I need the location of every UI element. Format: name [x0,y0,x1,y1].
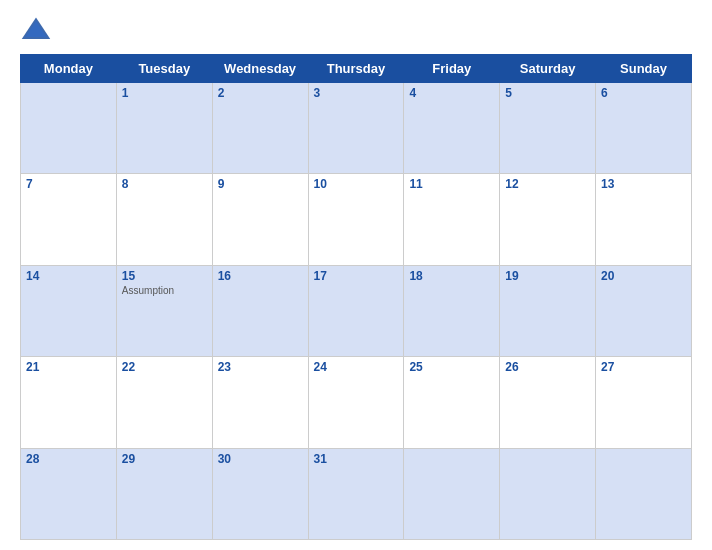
day-cell: 5 [500,83,596,174]
day-cell: 28 [21,448,117,539]
day-number: 3 [314,86,399,100]
day-number: 22 [122,360,207,374]
day-number: 28 [26,452,111,466]
day-cell: 18 [404,265,500,356]
day-number: 18 [409,269,494,283]
day-number: 10 [314,177,399,191]
day-cell [596,448,692,539]
weekday-header-saturday: Saturday [500,55,596,83]
weekday-header-monday: Monday [21,55,117,83]
day-cell: 12 [500,174,596,265]
day-number: 4 [409,86,494,100]
holiday-label: Assumption [122,285,207,296]
day-cell: 13 [596,174,692,265]
day-cell [21,83,117,174]
day-number: 12 [505,177,590,191]
logo-icon [20,14,52,46]
day-cell: 10 [308,174,404,265]
day-cell [500,448,596,539]
day-number: 1 [122,86,207,100]
day-number: 23 [218,360,303,374]
day-cell: 4 [404,83,500,174]
logo [20,14,56,46]
week-row-4: 21222324252627 [21,357,692,448]
day-cell: 19 [500,265,596,356]
day-number: 6 [601,86,686,100]
day-cell: 1 [116,83,212,174]
day-number: 13 [601,177,686,191]
weekday-header-thursday: Thursday [308,55,404,83]
day-number: 15 [122,269,207,283]
calendar-table: MondayTuesdayWednesdayThursdayFridaySatu… [20,54,692,540]
day-number: 29 [122,452,207,466]
day-cell [404,448,500,539]
day-cell: 11 [404,174,500,265]
day-cell: 8 [116,174,212,265]
day-number: 5 [505,86,590,100]
day-cell: 7 [21,174,117,265]
day-cell: 6 [596,83,692,174]
day-number: 8 [122,177,207,191]
week-row-3: 1415Assumption1617181920 [21,265,692,356]
day-number: 19 [505,269,590,283]
day-number: 24 [314,360,399,374]
day-number: 21 [26,360,111,374]
day-cell: 22 [116,357,212,448]
weekday-header-wednesday: Wednesday [212,55,308,83]
weekday-header-sunday: Sunday [596,55,692,83]
day-cell: 16 [212,265,308,356]
day-number: 31 [314,452,399,466]
day-cell: 3 [308,83,404,174]
day-number: 25 [409,360,494,374]
day-cell: 9 [212,174,308,265]
day-cell: 23 [212,357,308,448]
day-number: 30 [218,452,303,466]
day-cell: 26 [500,357,596,448]
day-number: 7 [26,177,111,191]
day-number: 14 [26,269,111,283]
day-cell: 15Assumption [116,265,212,356]
day-cell: 27 [596,357,692,448]
weekday-header-tuesday: Tuesday [116,55,212,83]
day-number: 11 [409,177,494,191]
day-cell: 25 [404,357,500,448]
day-number: 27 [601,360,686,374]
day-cell: 29 [116,448,212,539]
day-number: 2 [218,86,303,100]
day-number: 26 [505,360,590,374]
day-number: 17 [314,269,399,283]
week-row-1: 123456 [21,83,692,174]
day-cell: 14 [21,265,117,356]
weekday-header-friday: Friday [404,55,500,83]
day-cell: 24 [308,357,404,448]
day-cell: 17 [308,265,404,356]
day-number: 9 [218,177,303,191]
day-number: 16 [218,269,303,283]
day-cell: 2 [212,83,308,174]
day-cell: 21 [21,357,117,448]
week-row-2: 78910111213 [21,174,692,265]
day-number: 20 [601,269,686,283]
day-cell: 30 [212,448,308,539]
day-cell: 20 [596,265,692,356]
day-cell: 31 [308,448,404,539]
weekday-header-row: MondayTuesdayWednesdayThursdayFridaySatu… [21,55,692,83]
calendar-header [20,10,692,50]
week-row-5: 28293031 [21,448,692,539]
